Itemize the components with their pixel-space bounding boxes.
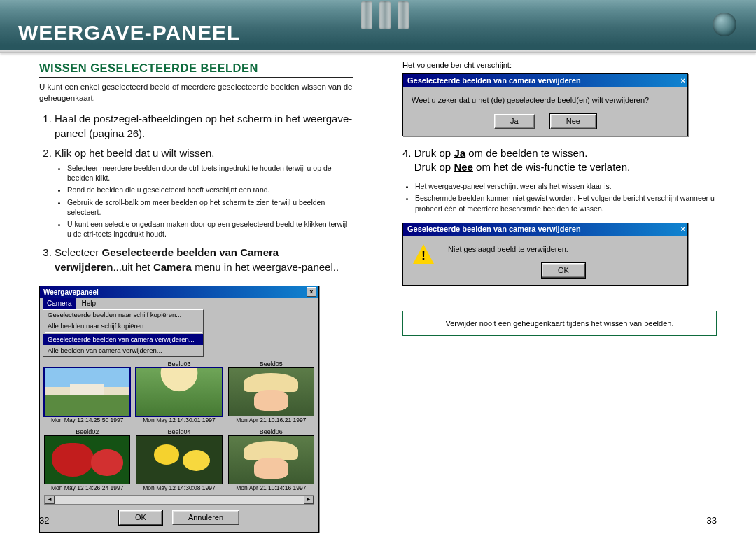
thumb-label: Beeld06	[228, 428, 314, 435]
window-title: Weergavepaneel	[43, 288, 99, 297]
thumb-image	[136, 367, 222, 416]
left-column: WISSEN GESELECTEERDE BEELDEN U kunt een …	[39, 60, 354, 520]
thumbnail[interactable]: Beeld05Mon Apr 21 10:16:21 1997	[228, 360, 314, 424]
hinge-icon	[398, 1, 409, 29]
menu-help[interactable]: Help	[78, 298, 101, 309]
thumb-timestamp: Mon May 12 14:25:50 1997	[44, 416, 130, 424]
thumb-timestamp: Mon May 12 14:30:01 1997	[136, 416, 222, 424]
no-button[interactable]: Nee	[550, 114, 596, 129]
menu-item-copy-all[interactable]: Alle beelden naar schijf kopiëren...	[43, 321, 203, 332]
dialog-button-row: OK	[448, 263, 679, 278]
close-icon[interactable]: ×	[681, 76, 685, 86]
sub-item: Beschermde beelden kunnen niet gewist wo…	[415, 193, 717, 213]
right-column: Het volgende bericht verschijnt: Geselec…	[402, 60, 717, 520]
window-menubar: Camera Help	[40, 298, 318, 309]
dialog-message: Weet u zeker dat u het (de) geselecteerd…	[412, 95, 679, 106]
step-4: 4. Druk op Ja om de beelden te wissen. D…	[402, 146, 717, 175]
thumb-image	[136, 435, 222, 484]
thumb-timestamp: Mon May 12 14:30:08 1997	[136, 484, 222, 492]
steps-list: Haal de postzegel-afbeeldingen op het sc…	[39, 112, 354, 279]
dialog-button-row: Ja Nee	[412, 114, 679, 129]
menu-item-delete-selected[interactable]: Geselecteerde beelden van camera verwijd…	[43, 334, 203, 345]
menu-item-copy-selected[interactable]: Geselecteerde beelden naar schijf kopiër…	[43, 310, 203, 321]
sub-item: Rond de beelden die u geselecteerd heeft…	[67, 185, 354, 195]
dialog-body: Weet u zeker dat u het (de) geselecteerd…	[403, 87, 687, 136]
thumbnail-grid: Mon May 12 14:25:50 1997Beeld03Mon May 1…	[44, 360, 314, 492]
menu-item-delete-all[interactable]: Alle beelden van camera verwijderen...	[43, 345, 203, 356]
scroll-track[interactable]	[55, 496, 304, 504]
thumb-label: Beeld05	[228, 360, 314, 367]
sub-item: Gebruik de scroll-balk om meer beelden o…	[67, 197, 354, 217]
close-icon[interactable]: ×	[681, 224, 685, 234]
thumb-image	[228, 367, 314, 416]
hinge-icon	[379, 1, 391, 29]
ok-button[interactable]: OK	[119, 510, 162, 525]
thumb-label: Beeld02	[44, 428, 130, 435]
dialog-titlebar: Geselecteerde beelden van camera verwijd…	[403, 223, 687, 236]
dialog-title: Geselecteerde beelden van camera verwijd…	[407, 76, 581, 86]
page-title: WEERGAVE-PANEEL	[18, 21, 240, 45]
step-4-sublist: Het weergave-paneel verschijnt weer als …	[404, 181, 717, 216]
sub-item: Selecteer meerdere beelden door de ctrl-…	[67, 163, 354, 183]
thumb-timestamp: Mon Apr 21 10:16:21 1997	[228, 416, 314, 424]
thumbnail[interactable]: Beeld02Mon May 12 14:26:24 1997	[44, 428, 130, 492]
thumb-label: Beeld04	[136, 428, 222, 435]
dialog-titlebar: Geselecteerde beelden van camera verwijd…	[403, 74, 687, 87]
manual-page-spread: WEERGAVE-PANEEL WISSEN GESELECTEERDE BEE…	[0, 0, 756, 534]
header-ornament-icon	[713, 13, 736, 36]
screenshot-weergavepaneel: Weergavepaneel × Camera Help Geselecteer…	[39, 286, 319, 533]
thumbnail[interactable]: Beeld04Mon May 12 14:30:08 1997	[136, 428, 222, 492]
thumb-label: Beeld03	[136, 360, 222, 367]
thumb-timestamp: Mon May 12 14:26:24 1997	[44, 484, 130, 492]
dialog-title: Geselecteerde beelden van camera verwijd…	[407, 224, 581, 234]
window-button-row: OK Annuleren	[40, 505, 318, 532]
step-2-text: Klik op het beeld dat u wilt wissen.	[55, 147, 214, 159]
thumb-image	[44, 367, 130, 416]
warning-icon	[412, 244, 435, 267]
dialog-body: Niet geslaagd beeld te verwijderen. OK	[403, 236, 687, 285]
step-1: Haal de postzegel-afbeeldingen op het sc…	[55, 112, 354, 141]
confirm-delete-dialog: Geselecteerde beelden van camera verwijd…	[402, 73, 688, 136]
error-dialog: Geselecteerde beelden van camera verwijd…	[402, 223, 688, 286]
close-icon[interactable]: ×	[307, 287, 316, 297]
thumbnail[interactable]: Mon May 12 14:25:50 1997	[44, 360, 130, 424]
intro-text: U kunt een enkel geselecteerd beeld of m…	[39, 82, 354, 104]
notice-text: Het volgende bericht verschijnt:	[402, 60, 717, 71]
sub-item: Het weergave-paneel verschijnt weer als …	[415, 181, 717, 191]
menu-separator	[45, 332, 202, 333]
thumbnail[interactable]: Beeld06Mon Apr 21 10:14:16 1997	[228, 428, 314, 492]
thumb-image	[44, 435, 130, 484]
menu-camera[interactable]: Camera	[43, 298, 76, 309]
header-underline	[0, 50, 756, 53]
window-titlebar: Weergavepaneel ×	[40, 286, 318, 298]
page-number-right: 33	[707, 515, 717, 526]
step-2-sublist: Selecteer meerdere beelden door de ctrl-…	[56, 163, 354, 239]
step-2: Klik op het beeld dat u wilt wissen. Sel…	[55, 146, 354, 239]
scroll-left-icon[interactable]: ◄	[45, 496, 55, 504]
hinge-icon	[361, 1, 372, 29]
binding-hinges	[361, 1, 409, 29]
page-number-left: 32	[39, 515, 49, 526]
cancel-button[interactable]: Annuleren	[172, 510, 239, 525]
thumb-timestamp: Mon Apr 21 10:14:16 1997	[228, 484, 314, 492]
thumb-label	[44, 360, 130, 367]
thumb-image	[228, 435, 314, 484]
scroll-right-icon[interactable]: ►	[304, 496, 314, 504]
sub-item: U kunt een selectie ongedaan maken door …	[67, 219, 354, 239]
yes-button[interactable]: Ja	[494, 114, 535, 129]
step-3: Selecteer Geselecteerde beelden van Came…	[55, 246, 354, 274]
warning-note: Verwijder nooit een geheugenkaart tijden…	[402, 311, 717, 337]
dialog-message: Niet geslaagd beeld te verwijderen.	[448, 244, 679, 255]
thumbnail[interactable]: Beeld03Mon May 12 14:30:01 1997	[136, 360, 222, 424]
content-columns: WISSEN GESELECTEERDE BEELDEN U kunt een …	[39, 60, 717, 520]
camera-menu-dropdown: Geselecteerde beelden naar schijf kopiër…	[43, 309, 204, 357]
horizontal-scrollbar[interactable]: ◄ ►	[44, 495, 314, 505]
ok-button[interactable]: OK	[542, 263, 585, 278]
section-heading: WISSEN GESELECTEERDE BEELDEN	[39, 60, 354, 78]
